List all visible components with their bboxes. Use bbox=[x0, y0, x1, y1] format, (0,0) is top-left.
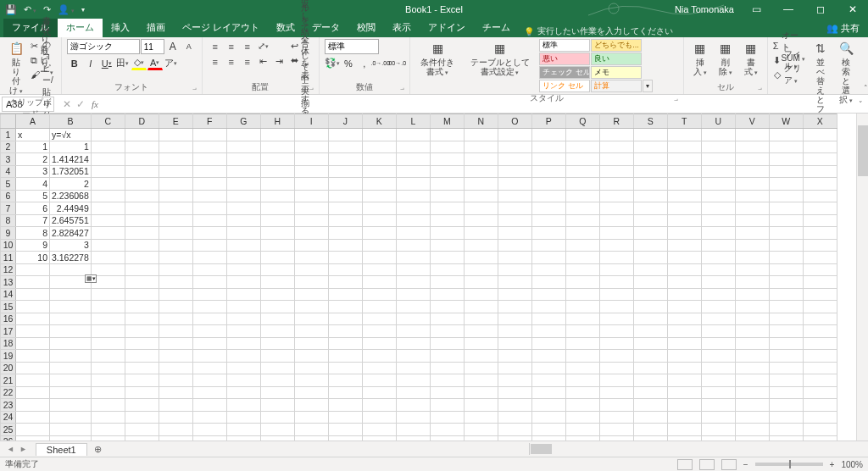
cell[interactable] bbox=[50, 424, 92, 436]
cell[interactable] bbox=[565, 313, 599, 325]
cell[interactable] bbox=[498, 178, 531, 191]
cell[interactable] bbox=[396, 214, 430, 227]
cell[interactable] bbox=[769, 411, 803, 424]
sheet-nav-prev-icon[interactable]: ◄ bbox=[7, 445, 14, 453]
find-select-button[interactable]: 🔍検索と 選択 bbox=[835, 39, 857, 106]
cell[interactable] bbox=[328, 424, 362, 436]
cell[interactable] bbox=[328, 227, 362, 240]
cell[interactable] bbox=[192, 411, 226, 424]
sheet-nav-next-icon[interactable]: ► bbox=[19, 445, 27, 453]
cell[interactable] bbox=[498, 362, 531, 374]
cell[interactable] bbox=[803, 411, 837, 424]
cell[interactable] bbox=[226, 239, 260, 252]
cell[interactable] bbox=[260, 227, 294, 240]
col-header[interactable]: O bbox=[498, 114, 531, 129]
cell[interactable] bbox=[226, 325, 260, 338]
cell[interactable] bbox=[430, 129, 464, 141]
cell[interactable] bbox=[769, 325, 803, 338]
align-center-button[interactable]: ≡ bbox=[224, 54, 239, 69]
cell[interactable] bbox=[667, 190, 701, 202]
cell[interactable] bbox=[498, 411, 531, 424]
cell[interactable] bbox=[464, 276, 498, 289]
cell[interactable] bbox=[599, 214, 633, 227]
cell[interactable] bbox=[91, 178, 125, 191]
cell[interactable] bbox=[260, 350, 294, 363]
cell[interactable] bbox=[735, 362, 769, 374]
cell[interactable] bbox=[396, 178, 430, 191]
cell[interactable] bbox=[633, 288, 667, 301]
cell[interactable] bbox=[125, 239, 159, 252]
close-icon[interactable]: ✕ bbox=[843, 3, 863, 15]
cell[interactable] bbox=[633, 350, 667, 363]
decrease-decimal-button[interactable]: .00→.0 bbox=[389, 56, 404, 70]
col-header[interactable]: G bbox=[226, 114, 260, 129]
cell[interactable] bbox=[464, 214, 498, 227]
insert-cells-button[interactable]: ▦挿入 bbox=[689, 39, 711, 78]
cell[interactable] bbox=[803, 190, 837, 202]
cell[interactable] bbox=[125, 252, 159, 264]
cell[interactable] bbox=[531, 178, 565, 191]
cell[interactable] bbox=[701, 178, 735, 191]
cell[interactable] bbox=[464, 288, 498, 301]
cell[interactable] bbox=[159, 214, 192, 227]
cell[interactable] bbox=[125, 178, 159, 191]
zoom-out-button[interactable]: − bbox=[743, 460, 748, 469]
cell[interactable] bbox=[735, 263, 769, 276]
cell[interactable] bbox=[464, 325, 498, 338]
cell[interactable] bbox=[192, 337, 226, 350]
cell[interactable] bbox=[192, 165, 226, 178]
cell[interactable] bbox=[633, 263, 667, 276]
cell[interactable] bbox=[260, 129, 294, 141]
cell[interactable] bbox=[498, 337, 531, 350]
cell[interactable] bbox=[294, 325, 328, 338]
cell[interactable] bbox=[294, 350, 328, 363]
cell[interactable] bbox=[803, 263, 837, 276]
cell[interactable] bbox=[803, 129, 837, 141]
cell[interactable] bbox=[362, 374, 396, 387]
cell[interactable] bbox=[125, 313, 159, 325]
cell[interactable] bbox=[226, 399, 260, 412]
cell[interactable] bbox=[125, 424, 159, 436]
cell[interactable] bbox=[125, 350, 159, 363]
vertical-scrollbar[interactable] bbox=[856, 114, 868, 441]
cell[interactable] bbox=[599, 374, 633, 387]
row-header[interactable]: 22 bbox=[1, 386, 16, 399]
cell[interactable] bbox=[667, 386, 701, 399]
font-size-combo[interactable] bbox=[141, 39, 164, 54]
cell[interactable] bbox=[294, 276, 328, 289]
cell[interactable] bbox=[531, 374, 565, 387]
cell[interactable] bbox=[633, 252, 667, 264]
cell[interactable] bbox=[769, 190, 803, 202]
cell[interactable] bbox=[226, 374, 260, 387]
cell[interactable] bbox=[260, 178, 294, 191]
cell[interactable] bbox=[803, 288, 837, 301]
cell[interactable] bbox=[735, 129, 769, 141]
cell[interactable] bbox=[294, 337, 328, 350]
cell[interactable] bbox=[260, 252, 294, 264]
cell[interactable] bbox=[430, 202, 464, 215]
cell[interactable] bbox=[396, 276, 430, 289]
cell[interactable] bbox=[192, 252, 226, 264]
horizontal-scrollbar[interactable] bbox=[529, 443, 868, 455]
cell[interactable] bbox=[226, 276, 260, 289]
cell[interactable] bbox=[91, 227, 125, 240]
cell[interactable] bbox=[769, 252, 803, 264]
delete-cells-button[interactable]: ▦削除 bbox=[715, 39, 737, 78]
cell[interactable] bbox=[396, 165, 430, 178]
cell[interactable] bbox=[396, 190, 430, 202]
cell[interactable] bbox=[735, 337, 769, 350]
row-header[interactable]: 24 bbox=[1, 411, 16, 424]
cell[interactable] bbox=[701, 325, 735, 338]
cell[interactable] bbox=[498, 141, 531, 153]
underline-button[interactable]: U bbox=[99, 56, 114, 70]
cell[interactable] bbox=[159, 424, 192, 436]
row-header[interactable]: 5 bbox=[1, 178, 16, 191]
tab-insert[interactable]: 挿入 bbox=[103, 19, 138, 37]
cell[interactable] bbox=[159, 153, 192, 166]
cell[interactable] bbox=[192, 153, 226, 166]
cell[interactable] bbox=[633, 239, 667, 252]
cell[interactable] bbox=[362, 350, 396, 363]
cell[interactable] bbox=[565, 252, 599, 264]
cell[interactable] bbox=[125, 386, 159, 399]
fill-color-button[interactable]: ◇ bbox=[131, 56, 147, 70]
